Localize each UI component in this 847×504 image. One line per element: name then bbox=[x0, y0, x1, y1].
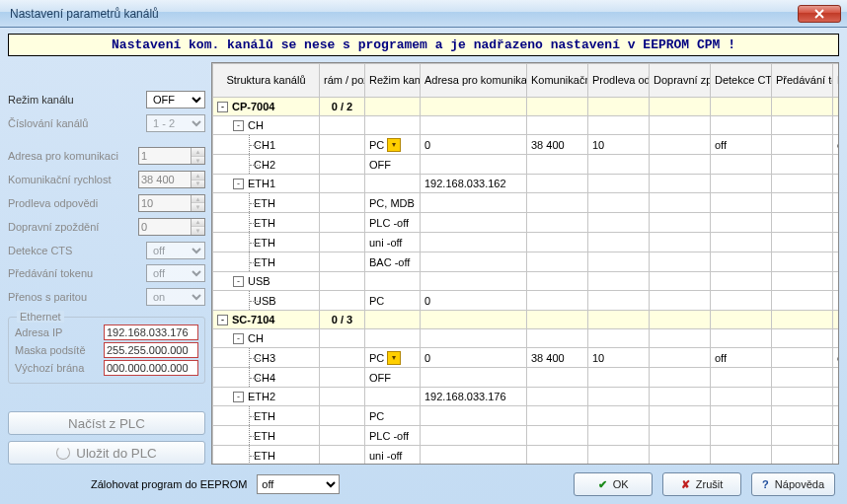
tree-label: USB bbox=[248, 275, 270, 287]
label-cts: Detekce CTS bbox=[8, 245, 142, 256]
row-numbering: Číslování kanálů 1 - 2 bbox=[8, 113, 205, 133]
col-token[interactable]: Předávání tokenu bbox=[772, 64, 833, 98]
col-ram[interactable]: rám / pozice bbox=[320, 64, 365, 98]
cross-icon: ✘ bbox=[681, 478, 690, 491]
ok-button[interactable]: ✔OK bbox=[574, 472, 653, 496]
table-row[interactable]: -SC-71040 / 3 bbox=[213, 311, 839, 329]
dropdown-icon[interactable]: ▾ bbox=[387, 351, 401, 365]
label-parity: Přenos s paritou bbox=[8, 291, 142, 303]
load-from-plc-button[interactable]: Načíst z PLC bbox=[8, 411, 205, 435]
backup-label: Zálohovat program do EEPROM bbox=[12, 478, 247, 490]
table-row[interactable]: CH1PC▾038 40010offon bbox=[213, 135, 839, 155]
spin-trans[interactable]: ▲▼ bbox=[138, 218, 205, 236]
input-mask[interactable] bbox=[104, 342, 198, 358]
row-ip: Adresa IP bbox=[15, 324, 198, 341]
label-ip: Adresa IP bbox=[15, 326, 100, 338]
col-struct[interactable]: Struktura kanálů bbox=[213, 64, 320, 98]
close-button[interactable] bbox=[798, 5, 841, 23]
titlebar: Nastavení parametrů kanálů bbox=[0, 0, 847, 28]
input-resp[interactable] bbox=[139, 195, 191, 211]
table-row[interactable]: ETHPLC -off bbox=[213, 426, 839, 446]
save-to-plc-button[interactable]: Uložit do PLC bbox=[8, 441, 205, 465]
spin-speed[interactable]: ▲▼ bbox=[138, 171, 205, 188]
check-icon: ✔ bbox=[598, 478, 607, 491]
col-resp[interactable]: Prodleva odpovědi bbox=[588, 64, 650, 98]
refresh-icon bbox=[56, 446, 70, 460]
label-trans: Dopravní zpoždění bbox=[8, 221, 134, 233]
table-row[interactable]: -CH bbox=[213, 116, 839, 135]
window-title: Nastavení parametrů kanálů bbox=[10, 7, 798, 21]
dropdown-icon[interactable]: ▾ bbox=[387, 138, 401, 152]
select-parity[interactable]: on bbox=[146, 288, 205, 306]
input-ip[interactable] bbox=[104, 324, 198, 340]
table-row[interactable]: CH4OFF bbox=[213, 368, 839, 388]
left-panel: Režim kanálu OFF Číslování kanálů 1 - 2 … bbox=[8, 62, 205, 465]
ethernet-group-label: Ethernet bbox=[17, 311, 64, 323]
table-row[interactable]: -ETH2192.168.033.176 bbox=[213, 388, 839, 406]
col-parity[interactable]: Přenos s paritou bbox=[833, 64, 839, 98]
label-token: Předávání tokenu bbox=[8, 267, 142, 279]
up-icon[interactable]: ▲ bbox=[192, 148, 204, 157]
tree-label: CH bbox=[248, 119, 264, 131]
label-numbering: Číslování kanálů bbox=[8, 117, 142, 129]
warning-banner: Nastavení kom. kanálů se nese s programe… bbox=[8, 34, 839, 56]
select-numbering[interactable]: 1 - 2 bbox=[146, 114, 205, 132]
table-row[interactable]: CH2OFF bbox=[213, 155, 839, 175]
select-mode[interactable]: OFF bbox=[146, 91, 205, 108]
expand-toggle[interactable]: - bbox=[233, 120, 244, 131]
table-row[interactable]: ETHPC, MDB bbox=[213, 193, 839, 213]
col-trans[interactable]: Dopravní zpoždění bbox=[650, 64, 711, 98]
col-cts[interactable]: Detekce CTS bbox=[711, 64, 772, 98]
col-addr[interactable]: Adresa pro komunikaci bbox=[421, 64, 527, 98]
spin-resp[interactable]: ▲▼ bbox=[138, 194, 205, 212]
row-mask: Maska podsítě bbox=[15, 341, 198, 359]
backup-select[interactable]: off bbox=[257, 474, 340, 494]
table-row[interactable]: ETHPLC -off bbox=[213, 213, 839, 233]
cancel-button[interactable]: ✘Zrušit bbox=[662, 472, 741, 496]
help-button[interactable]: ?Nápověda bbox=[751, 472, 835, 496]
table-row[interactable]: ETHPC bbox=[213, 406, 839, 426]
tree-label: CP-7004 bbox=[232, 101, 274, 112]
down-icon[interactable]: ▼ bbox=[192, 157, 204, 165]
input-gw[interactable] bbox=[104, 360, 198, 376]
expand-toggle[interactable]: - bbox=[217, 102, 228, 112]
label-speed: Komunikační rychlost bbox=[8, 174, 134, 185]
row-parity: Přenos s paritou on bbox=[8, 287, 205, 307]
channel-grid[interactable]: Struktura kanálů rám / pozice Režim kaná… bbox=[212, 63, 838, 464]
select-token[interactable]: off bbox=[146, 264, 205, 282]
table-row[interactable]: CH3PC▾038 40010offon bbox=[213, 348, 839, 368]
spin-addr[interactable]: ▲▼ bbox=[138, 147, 205, 165]
input-addr[interactable] bbox=[139, 148, 191, 164]
row-addr: Adresa pro komunikaci ▲▼ bbox=[8, 147, 205, 167]
expand-toggle[interactable]: - bbox=[233, 392, 244, 402]
expand-toggle[interactable]: - bbox=[217, 315, 228, 325]
tree-label: SC-7104 bbox=[232, 314, 274, 325]
table-row[interactable]: -CP-70040 / 2 bbox=[213, 98, 839, 116]
label-gw: Výchozí brána bbox=[15, 362, 100, 374]
label-resp: Prodleva odpovědi bbox=[8, 197, 134, 209]
input-trans[interactable] bbox=[139, 219, 191, 235]
col-speed[interactable]: Komunikační rychlost bbox=[527, 64, 588, 98]
table-row[interactable]: -CH bbox=[213, 329, 839, 348]
expand-toggle[interactable]: - bbox=[233, 333, 244, 344]
table-row[interactable]: ETHuni -off bbox=[213, 233, 839, 252]
table-row[interactable]: -USB bbox=[213, 272, 839, 291]
table-row[interactable]: -ETH1192.168.033.162 bbox=[213, 175, 839, 193]
table-row[interactable]: USBPC0 bbox=[213, 291, 839, 311]
header-row: Struktura kanálů rám / pozice Režim kaná… bbox=[213, 64, 839, 98]
table-row[interactable]: ETHBAC -off bbox=[213, 252, 839, 272]
expand-toggle[interactable]: - bbox=[233, 276, 244, 287]
question-icon: ? bbox=[762, 478, 769, 490]
grid-panel: Struktura kanálů rám / pozice Režim kaná… bbox=[211, 62, 839, 465]
col-mode[interactable]: Režim kanálu bbox=[365, 64, 421, 98]
tree-label: ETH2 bbox=[248, 391, 275, 402]
row-token: Předávání tokenu off bbox=[8, 263, 205, 283]
row-mode: Režim kanálu OFF bbox=[8, 90, 205, 109]
expand-toggle[interactable]: - bbox=[233, 179, 244, 189]
row-speed: Komunikační rychlost ▲▼ bbox=[8, 170, 205, 189]
tree-label: CH bbox=[248, 332, 264, 344]
table-row[interactable]: ETHuni -off bbox=[213, 446, 839, 465]
input-speed[interactable] bbox=[139, 172, 191, 187]
row-gw: Výchozí brána bbox=[15, 359, 198, 377]
select-cts[interactable]: off bbox=[146, 242, 205, 259]
